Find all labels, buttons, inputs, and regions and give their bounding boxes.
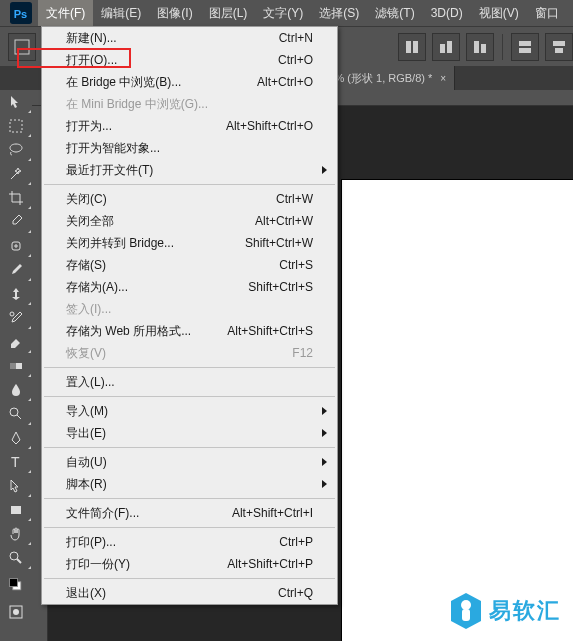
menu-item-0[interactable]: 新建(N)...Ctrl+N: [42, 27, 337, 49]
menu-item-28[interactable]: 打印一份(Y)Alt+Shift+Ctrl+P: [42, 553, 337, 575]
menu-item-label: 关闭并转到 Bridge...: [66, 235, 245, 252]
menu-item-label: 存储为 Web 所用格式...: [66, 323, 227, 340]
tool-dodge[interactable]: [0, 402, 32, 426]
menu-item-label: 关闭(C): [66, 191, 276, 208]
menu-edit[interactable]: 编辑(E): [93, 0, 149, 26]
menu-separator: [44, 367, 335, 368]
tool-clone[interactable]: [0, 282, 32, 306]
menu-select[interactable]: 选择(S): [311, 0, 367, 26]
tool-pen[interactable]: [0, 426, 32, 450]
menu-separator: [44, 396, 335, 397]
menu-item-20[interactable]: 导出(E): [42, 422, 337, 444]
menu-item-11[interactable]: 存储(S)Ctrl+S: [42, 254, 337, 276]
menu-item-shortcut: Alt+Shift+Ctrl+S: [227, 324, 313, 338]
svg-point-27: [461, 600, 471, 610]
tool-eyedropper[interactable]: [0, 210, 32, 234]
menu-item-10[interactable]: 关闭并转到 Bridge...Shift+Ctrl+W: [42, 232, 337, 254]
menu-item-label: 置入(L)...: [66, 374, 313, 391]
menu-item-label: 脚本(R): [66, 476, 313, 493]
menu-item-label: 打印(P)...: [66, 534, 279, 551]
svg-point-18: [10, 408, 18, 416]
menu-item-shortcut: Ctrl+O: [278, 53, 313, 67]
tool-lasso[interactable]: [0, 138, 32, 162]
menu-item-8[interactable]: 关闭(C)Ctrl+W: [42, 188, 337, 210]
svg-rect-23: [10, 579, 18, 587]
menu-item-label: 打开为智能对象...: [66, 140, 313, 157]
menu-item-label: 导入(M): [66, 403, 313, 420]
menu-file[interactable]: 文件(F): [38, 0, 93, 26]
watermark: 易软汇: [449, 591, 561, 631]
menu-item-25[interactable]: 文件简介(F)...Alt+Shift+Ctrl+I: [42, 502, 337, 524]
tool-brush[interactable]: [0, 258, 32, 282]
menu-item-label: 退出(X): [66, 585, 278, 602]
menu-view[interactable]: 视图(V): [471, 0, 527, 26]
align-icon-4[interactable]: [511, 33, 539, 61]
svg-rect-8: [481, 44, 486, 53]
menu-window[interactable]: 窗口: [527, 0, 567, 26]
tool-zoom[interactable]: [0, 546, 32, 570]
menu-item-label: 最近打开文件(T): [66, 162, 313, 179]
menu-item-label: 文件简介(F)...: [66, 505, 232, 522]
tool-preset-icon[interactable]: [8, 33, 36, 61]
menu-item-22[interactable]: 自动(U): [42, 451, 337, 473]
menu-item-9[interactable]: 关闭全部Alt+Ctrl+W: [42, 210, 337, 232]
align-icon-3[interactable]: [466, 33, 494, 61]
svg-rect-6: [447, 41, 452, 53]
document-canvas[interactable]: [342, 180, 573, 641]
svg-text:Ps: Ps: [14, 8, 27, 20]
tool-gradient[interactable]: [0, 354, 32, 378]
tool-magic-wand[interactable]: [0, 162, 32, 186]
menu-layer[interactable]: 图层(L): [201, 0, 256, 26]
menu-item-6[interactable]: 最近打开文件(T): [42, 159, 337, 181]
tool-hand[interactable]: [0, 522, 32, 546]
menu-item-shortcut: Ctrl+W: [276, 192, 313, 206]
menu-item-23[interactable]: 脚本(R): [42, 473, 337, 495]
menu-item-15: 恢复(V)F12: [42, 342, 337, 364]
menu-image[interactable]: 图像(I): [149, 0, 200, 26]
tool-crop[interactable]: [0, 186, 32, 210]
align-icon-5[interactable]: [545, 33, 573, 61]
align-icon-1[interactable]: [398, 33, 426, 61]
tool-move[interactable]: [0, 90, 32, 114]
menu-item-label: 导出(E): [66, 425, 313, 442]
tool-type[interactable]: T: [0, 450, 32, 474]
svg-rect-12: [555, 48, 563, 53]
tool-path-select[interactable]: [0, 474, 32, 498]
menu-item-2[interactable]: 在 Bridge 中浏览(B)...Alt+Ctrl+O: [42, 71, 337, 93]
menu-item-14[interactable]: 存储为 Web 所用格式...Alt+Shift+Ctrl+S: [42, 320, 337, 342]
menu-separator: [44, 527, 335, 528]
menu-3d[interactable]: 3D(D): [423, 0, 471, 26]
menu-filter[interactable]: 滤镜(T): [367, 0, 422, 26]
svg-point-25: [13, 609, 19, 615]
menu-item-19[interactable]: 导入(M): [42, 400, 337, 422]
tool-quickmask[interactable]: [0, 600, 32, 624]
tool-rectangle[interactable]: [0, 498, 32, 522]
menu-item-shortcut: Alt+Shift+Ctrl+I: [232, 506, 313, 520]
svg-rect-2: [15, 40, 29, 54]
svg-rect-20: [11, 506, 21, 514]
menu-separator: [44, 498, 335, 499]
file-menu-dropdown: 新建(N)...Ctrl+N打开(O)...Ctrl+O在 Bridge 中浏览…: [41, 26, 338, 605]
menu-item-1[interactable]: 打开(O)...Ctrl+O: [42, 49, 337, 71]
align-icon-2[interactable]: [432, 33, 460, 61]
menu-item-27[interactable]: 打印(P)...Ctrl+P: [42, 531, 337, 553]
menu-type[interactable]: 文字(Y): [255, 0, 311, 26]
submenu-arrow-icon: [322, 166, 327, 174]
menu-item-17[interactable]: 置入(L)...: [42, 371, 337, 393]
menu-item-label: 在 Bridge 中浏览(B)...: [66, 74, 257, 91]
menu-item-5[interactable]: 打开为智能对象...: [42, 137, 337, 159]
tool-eraser[interactable]: [0, 330, 32, 354]
menu-item-shortcut: Ctrl+P: [279, 535, 313, 549]
menu-item-12[interactable]: 存储为(A)...Shift+Ctrl+S: [42, 276, 337, 298]
tab-close-icon[interactable]: ×: [440, 73, 446, 84]
svg-rect-13: [10, 120, 22, 132]
tool-blur[interactable]: [0, 378, 32, 402]
svg-rect-28: [462, 609, 470, 621]
tool-colors[interactable]: [0, 570, 32, 600]
tool-healing[interactable]: [0, 234, 32, 258]
tool-history-brush[interactable]: [0, 306, 32, 330]
tool-marquee[interactable]: [0, 114, 32, 138]
menu-separator: [44, 184, 335, 185]
menu-item-30[interactable]: 退出(X)Ctrl+Q: [42, 582, 337, 604]
menu-item-4[interactable]: 打开为...Alt+Shift+Ctrl+O: [42, 115, 337, 137]
